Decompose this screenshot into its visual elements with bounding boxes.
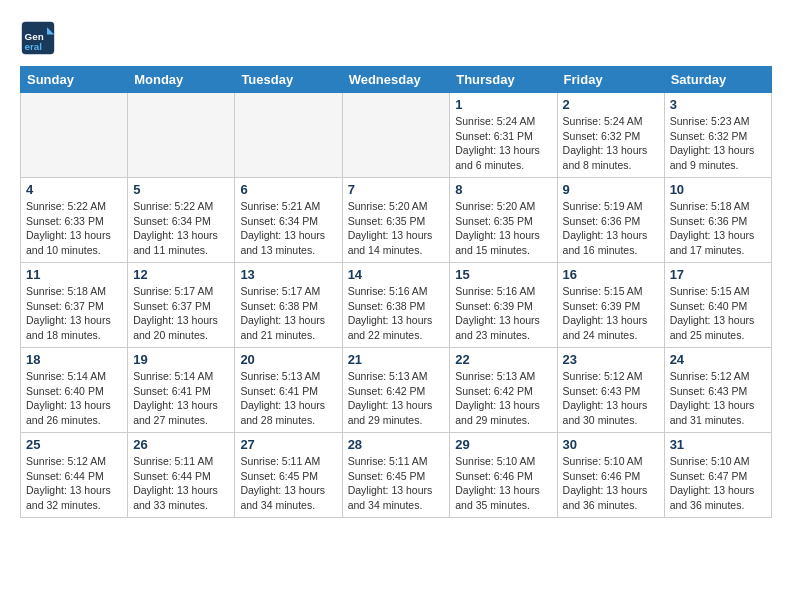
day-cell-11: 11Sunrise: 5:18 AM Sunset: 6:37 PM Dayli… <box>21 263 128 348</box>
day-info: Sunrise: 5:19 AM Sunset: 6:36 PM Dayligh… <box>563 199 659 258</box>
day-info: Sunrise: 5:21 AM Sunset: 6:34 PM Dayligh… <box>240 199 336 258</box>
day-info: Sunrise: 5:18 AM Sunset: 6:36 PM Dayligh… <box>670 199 766 258</box>
day-cell-14: 14Sunrise: 5:16 AM Sunset: 6:38 PM Dayli… <box>342 263 450 348</box>
day-number: 22 <box>455 352 551 367</box>
day-number: 8 <box>455 182 551 197</box>
day-cell-10: 10Sunrise: 5:18 AM Sunset: 6:36 PM Dayli… <box>664 178 771 263</box>
day-info: Sunrise: 5:14 AM Sunset: 6:40 PM Dayligh… <box>26 369 122 428</box>
day-number: 3 <box>670 97 766 112</box>
day-info: Sunrise: 5:15 AM Sunset: 6:39 PM Dayligh… <box>563 284 659 343</box>
day-number: 23 <box>563 352 659 367</box>
day-info: Sunrise: 5:10 AM Sunset: 6:47 PM Dayligh… <box>670 454 766 513</box>
logo-icon: Gen eral <box>20 20 56 56</box>
week-row-2: 4Sunrise: 5:22 AM Sunset: 6:33 PM Daylig… <box>21 178 772 263</box>
day-info: Sunrise: 5:11 AM Sunset: 6:44 PM Dayligh… <box>133 454 229 513</box>
day-cell-1: 1Sunrise: 5:24 AM Sunset: 6:31 PM Daylig… <box>450 93 557 178</box>
svg-text:eral: eral <box>25 41 43 52</box>
day-info: Sunrise: 5:22 AM Sunset: 6:33 PM Dayligh… <box>26 199 122 258</box>
day-cell-6: 6Sunrise: 5:21 AM Sunset: 6:34 PM Daylig… <box>235 178 342 263</box>
day-number: 26 <box>133 437 229 452</box>
day-info: Sunrise: 5:15 AM Sunset: 6:40 PM Dayligh… <box>670 284 766 343</box>
day-info: Sunrise: 5:16 AM Sunset: 6:39 PM Dayligh… <box>455 284 551 343</box>
day-cell-23: 23Sunrise: 5:12 AM Sunset: 6:43 PM Dayli… <box>557 348 664 433</box>
day-info: Sunrise: 5:12 AM Sunset: 6:44 PM Dayligh… <box>26 454 122 513</box>
day-cell-22: 22Sunrise: 5:13 AM Sunset: 6:42 PM Dayli… <box>450 348 557 433</box>
day-cell-31: 31Sunrise: 5:10 AM Sunset: 6:47 PM Dayli… <box>664 433 771 518</box>
day-number: 28 <box>348 437 445 452</box>
empty-cell <box>342 93 450 178</box>
day-number: 27 <box>240 437 336 452</box>
day-number: 31 <box>670 437 766 452</box>
day-number: 11 <box>26 267 122 282</box>
day-cell-3: 3Sunrise: 5:23 AM Sunset: 6:32 PM Daylig… <box>664 93 771 178</box>
day-cell-18: 18Sunrise: 5:14 AM Sunset: 6:40 PM Dayli… <box>21 348 128 433</box>
day-number: 2 <box>563 97 659 112</box>
day-number: 12 <box>133 267 229 282</box>
day-number: 17 <box>670 267 766 282</box>
day-cell-24: 24Sunrise: 5:12 AM Sunset: 6:43 PM Dayli… <box>664 348 771 433</box>
calendar-table: SundayMondayTuesdayWednesdayThursdayFrid… <box>20 66 772 518</box>
day-cell-21: 21Sunrise: 5:13 AM Sunset: 6:42 PM Dayli… <box>342 348 450 433</box>
day-number: 6 <box>240 182 336 197</box>
day-cell-16: 16Sunrise: 5:15 AM Sunset: 6:39 PM Dayli… <box>557 263 664 348</box>
logo: Gen eral <box>20 20 62 56</box>
day-number: 7 <box>348 182 445 197</box>
day-info: Sunrise: 5:24 AM Sunset: 6:32 PM Dayligh… <box>563 114 659 173</box>
col-header-monday: Monday <box>128 67 235 93</box>
day-number: 13 <box>240 267 336 282</box>
day-cell-4: 4Sunrise: 5:22 AM Sunset: 6:33 PM Daylig… <box>21 178 128 263</box>
day-number: 10 <box>670 182 766 197</box>
day-info: Sunrise: 5:20 AM Sunset: 6:35 PM Dayligh… <box>455 199 551 258</box>
week-row-5: 25Sunrise: 5:12 AM Sunset: 6:44 PM Dayli… <box>21 433 772 518</box>
col-header-wednesday: Wednesday <box>342 67 450 93</box>
day-number: 20 <box>240 352 336 367</box>
day-info: Sunrise: 5:13 AM Sunset: 6:41 PM Dayligh… <box>240 369 336 428</box>
day-info: Sunrise: 5:11 AM Sunset: 6:45 PM Dayligh… <box>348 454 445 513</box>
day-cell-27: 27Sunrise: 5:11 AM Sunset: 6:45 PM Dayli… <box>235 433 342 518</box>
day-info: Sunrise: 5:24 AM Sunset: 6:31 PM Dayligh… <box>455 114 551 173</box>
day-info: Sunrise: 5:17 AM Sunset: 6:38 PM Dayligh… <box>240 284 336 343</box>
day-number: 9 <box>563 182 659 197</box>
day-number: 21 <box>348 352 445 367</box>
day-number: 16 <box>563 267 659 282</box>
day-number: 14 <box>348 267 445 282</box>
day-number: 18 <box>26 352 122 367</box>
empty-cell <box>21 93 128 178</box>
day-info: Sunrise: 5:22 AM Sunset: 6:34 PM Dayligh… <box>133 199 229 258</box>
day-cell-19: 19Sunrise: 5:14 AM Sunset: 6:41 PM Dayli… <box>128 348 235 433</box>
day-number: 5 <box>133 182 229 197</box>
day-info: Sunrise: 5:11 AM Sunset: 6:45 PM Dayligh… <box>240 454 336 513</box>
day-info: Sunrise: 5:16 AM Sunset: 6:38 PM Dayligh… <box>348 284 445 343</box>
day-info: Sunrise: 5:20 AM Sunset: 6:35 PM Dayligh… <box>348 199 445 258</box>
day-number: 25 <box>26 437 122 452</box>
day-number: 19 <box>133 352 229 367</box>
col-header-friday: Friday <box>557 67 664 93</box>
day-number: 4 <box>26 182 122 197</box>
day-cell-9: 9Sunrise: 5:19 AM Sunset: 6:36 PM Daylig… <box>557 178 664 263</box>
day-number: 1 <box>455 97 551 112</box>
day-cell-20: 20Sunrise: 5:13 AM Sunset: 6:41 PM Dayli… <box>235 348 342 433</box>
day-cell-25: 25Sunrise: 5:12 AM Sunset: 6:44 PM Dayli… <box>21 433 128 518</box>
day-cell-2: 2Sunrise: 5:24 AM Sunset: 6:32 PM Daylig… <box>557 93 664 178</box>
day-info: Sunrise: 5:10 AM Sunset: 6:46 PM Dayligh… <box>455 454 551 513</box>
day-number: 24 <box>670 352 766 367</box>
day-cell-15: 15Sunrise: 5:16 AM Sunset: 6:39 PM Dayli… <box>450 263 557 348</box>
col-header-saturday: Saturday <box>664 67 771 93</box>
week-row-3: 11Sunrise: 5:18 AM Sunset: 6:37 PM Dayli… <box>21 263 772 348</box>
day-info: Sunrise: 5:13 AM Sunset: 6:42 PM Dayligh… <box>348 369 445 428</box>
col-header-thursday: Thursday <box>450 67 557 93</box>
day-cell-12: 12Sunrise: 5:17 AM Sunset: 6:37 PM Dayli… <box>128 263 235 348</box>
day-cell-5: 5Sunrise: 5:22 AM Sunset: 6:34 PM Daylig… <box>128 178 235 263</box>
day-info: Sunrise: 5:10 AM Sunset: 6:46 PM Dayligh… <box>563 454 659 513</box>
day-info: Sunrise: 5:14 AM Sunset: 6:41 PM Dayligh… <box>133 369 229 428</box>
day-info: Sunrise: 5:17 AM Sunset: 6:37 PM Dayligh… <box>133 284 229 343</box>
day-info: Sunrise: 5:23 AM Sunset: 6:32 PM Dayligh… <box>670 114 766 173</box>
day-number: 29 <box>455 437 551 452</box>
page-header: Gen eral <box>20 20 772 56</box>
day-info: Sunrise: 5:18 AM Sunset: 6:37 PM Dayligh… <box>26 284 122 343</box>
day-cell-29: 29Sunrise: 5:10 AM Sunset: 6:46 PM Dayli… <box>450 433 557 518</box>
day-info: Sunrise: 5:12 AM Sunset: 6:43 PM Dayligh… <box>670 369 766 428</box>
calendar-header-row: SundayMondayTuesdayWednesdayThursdayFrid… <box>21 67 772 93</box>
day-cell-26: 26Sunrise: 5:11 AM Sunset: 6:44 PM Dayli… <box>128 433 235 518</box>
day-number: 30 <box>563 437 659 452</box>
